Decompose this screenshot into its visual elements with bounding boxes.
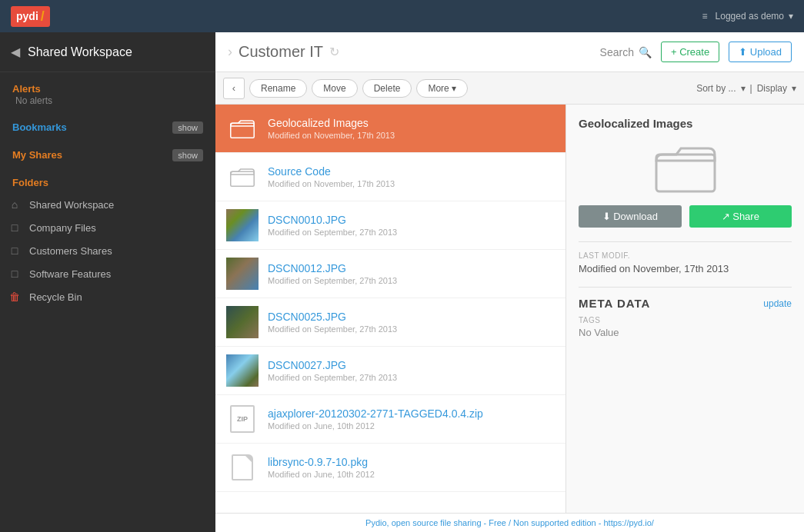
sidebar-item-recycle-bin[interactable]: 🗑Recycle Bin (0, 285, 215, 308)
bookmarks-show-button[interactable]: show (172, 121, 203, 134)
display-icon[interactable]: ▾ (792, 83, 796, 94)
search-bar[interactable]: Search 🔍 (600, 46, 652, 58)
file-info-librsync-pkg: librsync-0.9.7-10.pkgModified on June, 1… (268, 456, 555, 479)
zip-icon: ZIP (230, 405, 255, 433)
file-item-dscn0012[interactable]: DSCN0012.JPGModified on September, 27th … (215, 250, 565, 298)
sidebar-navigation: ⌂Shared Workspace□Company Files□Customer… (0, 193, 215, 308)
file-thumbnail-dscn0027 (226, 354, 259, 387)
file-icon-librsync-pkg (226, 451, 259, 484)
refresh-icon[interactable]: ↻ (329, 45, 339, 59)
user-dropdown-icon[interactable]: ▾ (789, 11, 793, 22)
display-label[interactable]: Display (757, 83, 787, 94)
file-name-dscn0025: DSCN0025.JPG (268, 311, 555, 323)
meta-update-link[interactable]: update (763, 298, 792, 309)
move-button[interactable]: Move (312, 79, 357, 98)
file-modified-source-code: Modified on November, 17th 2013 (268, 179, 555, 188)
top-navigation: pydi/ ≡ Logged as demo ▾ (0, 0, 804, 32)
file-name-librsync-pkg: librsync-0.9.7-10.pkg (268, 456, 555, 468)
myshares-show-button[interactable]: show (172, 149, 203, 161)
rename-button[interactable]: Rename (249, 79, 307, 98)
generic-file-icon (232, 454, 253, 480)
back-icon: ‹ (232, 82, 235, 94)
file-modified-geolocalized-images: Modified on November, 17th 2013 (268, 131, 555, 140)
more-button[interactable]: More ▾ (416, 79, 467, 98)
sidebar-item-shared-workspace[interactable]: ⌂Shared Workspace (0, 193, 215, 216)
sidebar-item-company-files[interactable]: □Company Files (0, 216, 215, 239)
folders-title: Folders (12, 177, 48, 188)
sidebar-header: ◀ Shared Workspace (0, 32, 215, 72)
sidebar-item-icon-shared-workspace: ⌂ (8, 198, 22, 211)
more-label: More (428, 83, 449, 94)
file-item-geolocalized-images[interactable]: Geolocalized ImagesModified on November,… (215, 105, 565, 153)
sidebar-item-label-company-files: Company Files (29, 222, 96, 234)
file-list: Geolocalized ImagesModified on November,… (215, 105, 565, 513)
back-button[interactable]: ‹ (223, 78, 245, 99)
meta-header: META DATA update (579, 297, 792, 310)
sidebar-item-icon-software-features: □ (8, 268, 22, 280)
delete-button[interactable]: Delete (362, 79, 412, 98)
file-area: Geolocalized ImagesModified on November,… (215, 105, 804, 513)
file-info-dscn0025: DSCN0025.JPGModified on September, 27th … (268, 311, 555, 334)
toolbar-left: ‹ Rename Move Delete More ▾ (223, 78, 468, 99)
breadcrumb-current-folder[interactable]: Customer IT (239, 43, 323, 61)
file-item-librsync-pkg[interactable]: librsync-0.9.7-10.pkgModified on June, 1… (215, 444, 565, 492)
file-item-dscn0027[interactable]: DSCN0027.JPGModified on September, 27th … (215, 347, 565, 395)
file-thumbnail-dscn0012 (226, 258, 259, 290)
file-name-ajaxplorer-zip: ajaxplorer-20120302-2771-TAGGED4.0.4.zip (268, 407, 555, 420)
sidebar-toggle-button[interactable]: ◀ (11, 45, 20, 59)
share-button[interactable]: ↗ Share (689, 205, 792, 228)
file-item-ajaxplorer-zip[interactable]: ZIPajaxplorer-20120302-2771-TAGGED4.0.4.… (215, 395, 565, 444)
breadcrumb-arrow-icon: › (228, 44, 232, 60)
toolbar: ‹ Rename Move Delete More ▾ Sort by ... … (215, 72, 804, 105)
file-name-geolocalized-images: Geolocalized Images (268, 117, 555, 129)
file-item-dscn0025[interactable]: DSCN0025.JPGModified on September, 27th … (215, 298, 565, 347)
user-label[interactable]: Logged as demo (716, 11, 784, 22)
sort-label[interactable]: Sort by ... (696, 83, 736, 94)
create-button[interactable]: + Create (661, 42, 719, 62)
no-alerts-text: No alerts (15, 95, 52, 106)
file-thumbnail-dscn0010 (226, 209, 259, 241)
search-icon: 🔍 (639, 46, 652, 58)
file-modified-dscn0025: Modified on September, 27th 2013 (268, 324, 555, 334)
file-modified-dscn0027: Modified on September, 27th 2013 (268, 373, 555, 382)
meta-title: META DATA (579, 297, 650, 310)
more-dropdown-icon: ▾ (452, 83, 456, 94)
toolbar-divider: | (750, 83, 752, 94)
detail-folder-icon (579, 141, 792, 195)
logo-text: pydi (16, 10, 38, 22)
sidebar-workspace-title: Shared Workspace (28, 45, 132, 59)
file-icon-dscn0010 (226, 209, 259, 241)
file-modified-dscn0012: Modified on September, 27th 2013 (268, 276, 555, 285)
bookmarks-section: Bookmarks show (0, 111, 215, 138)
file-item-dscn0010[interactable]: DSCN0010.JPGModified on September, 27th … (215, 201, 565, 250)
file-info-source-code: Source CodeModified on November, 17th 20… (268, 165, 555, 188)
last-modif-value: Modified on November, 17th 2013 (579, 263, 792, 274)
sidebar-item-icon-recycle-bin: 🗑 (8, 291, 22, 303)
file-thumbnail-dscn0025 (226, 306, 259, 338)
top-nav-right: ≡ Logged as demo ▾ (702, 11, 793, 22)
upload-button[interactable]: ⬆ Upload (729, 42, 792, 62)
sidebar-item-software-features[interactable]: □Software Features (0, 262, 215, 285)
sidebar-item-customers-shares[interactable]: □Customers Shares (0, 239, 215, 262)
svg-rect-0 (231, 123, 254, 138)
detail-title: Geolocalized Images (579, 117, 792, 130)
file-info-ajaxplorer-zip: ajaxplorer-20120302-2771-TAGGED4.0.4.zip… (268, 407, 555, 431)
sort-icon[interactable]: ▾ (741, 83, 746, 94)
detail-folder-svg (655, 141, 716, 195)
file-name-source-code: Source Code (268, 165, 555, 178)
file-name-dscn0010: DSCN0010.JPG (268, 214, 555, 226)
file-icon-ajaxplorer-zip: ZIP (226, 403, 259, 435)
detail-panel: Geolocalized Images ⬇ Download ↗ Share L… (565, 105, 804, 513)
breadcrumb-left: › Customer IT ↻ (228, 43, 339, 61)
footer: Pydio, open source file sharing - Free /… (215, 513, 804, 532)
file-icon-dscn0025 (226, 306, 259, 338)
file-icon-dscn0027 (226, 354, 259, 387)
detail-actions: ⬇ Download ↗ Share (579, 205, 792, 228)
download-button[interactable]: ⬇ Download (579, 205, 682, 228)
main-layout: ◀ Shared Workspace Alerts No alerts Book… (0, 32, 804, 532)
breadcrumb-right: Search 🔍 + Create ⬆ Upload (600, 42, 792, 62)
hamburger-icon[interactable]: ≡ (702, 11, 708, 22)
file-item-source-code[interactable]: Source CodeModified on November, 17th 20… (215, 153, 565, 201)
myshares-section: My Shares show (0, 138, 215, 166)
file-icon-geolocalized-images (226, 112, 259, 145)
